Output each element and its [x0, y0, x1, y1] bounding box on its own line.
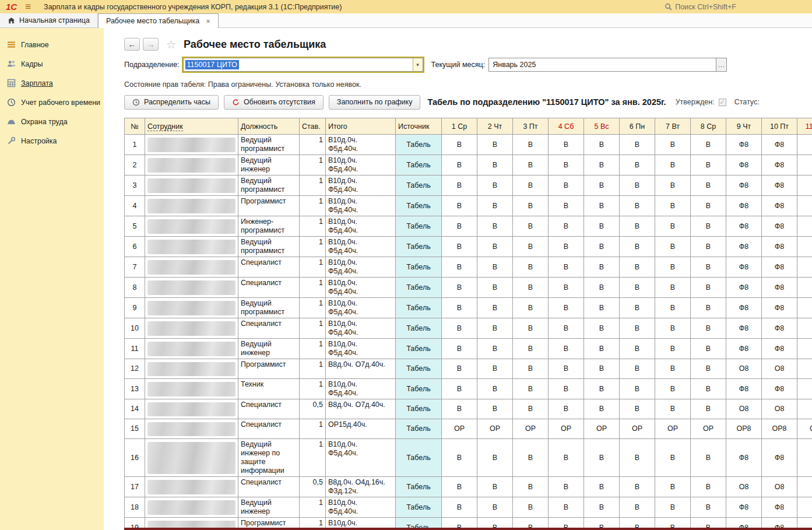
position-cell[interactable]: Техник [238, 379, 300, 399]
day-cell-6[interactable]: В [620, 216, 655, 237]
day-cell-1[interactable]: В [442, 359, 477, 379]
day-cell-6[interactable]: В [620, 196, 655, 216]
position-cell[interactable]: Ведущий инженер [238, 339, 300, 359]
employee-cell[interactable] [145, 155, 238, 176]
day-cell-11[interactable]: В [797, 196, 812, 216]
column-header-day-8[interactable]: 8 Ср [691, 118, 726, 135]
rate-cell[interactable]: 1 [300, 379, 326, 399]
day-cell-8[interactable]: В [691, 339, 726, 359]
day-cell-6[interactable]: ОР [620, 419, 655, 439]
day-cell-10[interactable]: О8 [762, 359, 797, 379]
total-cell[interactable]: В10д.0ч. Ф5д.40ч. [326, 278, 396, 298]
position-cell[interactable]: Специалист [238, 399, 300, 419]
day-cell-8[interactable]: В [691, 237, 726, 257]
day-cell-2[interactable]: В [477, 399, 513, 419]
total-cell[interactable]: В10д.0ч. Ф5д.40ч. [326, 497, 396, 518]
day-cell-3[interactable]: В [513, 155, 549, 176]
day-cell-10[interactable]: О8 [762, 477, 797, 497]
column-header-day-6[interactable]: 6 Пн [620, 118, 655, 135]
source-cell[interactable]: Табель [396, 339, 442, 359]
total-cell[interactable]: ОР15д.40ч. [326, 419, 396, 439]
day-cell-8[interactable]: В [691, 278, 726, 298]
day-cell-11[interactable]: В [797, 176, 812, 196]
position-cell[interactable]: Специалист [238, 419, 300, 439]
day-cell-10[interactable]: ОР8 [762, 419, 797, 439]
day-cell-10[interactable]: Ф8 [762, 257, 797, 278]
source-cell[interactable]: Табель [396, 439, 442, 477]
day-cell-9[interactable]: Ф8 [726, 155, 762, 176]
day-cell-8[interactable]: В [691, 196, 726, 216]
rate-cell[interactable]: 1 [300, 135, 326, 155]
day-cell-7[interactable]: В [655, 216, 691, 237]
day-cell-6[interactable]: В [620, 278, 655, 298]
day-cell-4[interactable]: В [549, 216, 584, 237]
column-header-total[interactable]: Итого [326, 118, 396, 135]
day-cell-2[interactable]: В [477, 339, 513, 359]
day-cell-10[interactable]: Ф8 [762, 155, 797, 176]
day-cell-8[interactable]: В [691, 477, 726, 497]
day-cell-7[interactable]: В [655, 155, 691, 176]
day-cell-11[interactable]: В [797, 439, 812, 477]
day-cell-3[interactable]: В [513, 497, 549, 518]
day-cell-10[interactable]: Ф8 [762, 439, 797, 477]
day-cell-11[interactable]: В [797, 318, 812, 339]
day-cell-2[interactable]: В [477, 278, 513, 298]
day-cell-1[interactable]: В [442, 257, 477, 278]
rate-cell[interactable]: 0,5 [300, 477, 326, 497]
tab-timesheet-workplace[interactable]: Рабочее место табельщика × [98, 13, 219, 28]
employee-cell[interactable] [145, 439, 238, 477]
day-cell-7[interactable]: В [655, 439, 691, 477]
day-cell-1[interactable]: В [442, 477, 477, 497]
day-cell-11[interactable]: В [797, 155, 812, 176]
source-cell[interactable]: Табель [396, 135, 442, 155]
employee-cell[interactable] [145, 399, 238, 419]
column-header-day-5[interactable]: 5 Вс [584, 118, 620, 135]
rate-cell[interactable]: 1 [300, 497, 326, 518]
employee-cell[interactable] [145, 278, 238, 298]
day-cell-1[interactable]: В [442, 216, 477, 237]
day-cell-1[interactable]: ОР [442, 419, 477, 439]
source-cell[interactable]: Табель [396, 176, 442, 196]
day-cell-5[interactable]: В [584, 155, 620, 176]
day-cell-4[interactable]: В [549, 278, 584, 298]
month-input[interactable]: Январь 2025 [488, 58, 716, 72]
day-cell-7[interactable]: ОР [655, 419, 691, 439]
day-cell-11[interactable]: В [797, 497, 812, 518]
source-cell[interactable]: Табель [396, 318, 442, 339]
day-cell-10[interactable]: Ф8 [762, 318, 797, 339]
source-cell[interactable]: Табель [396, 419, 442, 439]
column-header-employee[interactable]: Сотрудник [145, 118, 238, 135]
employee-cell[interactable] [145, 477, 238, 497]
day-cell-3[interactable]: В [513, 359, 549, 379]
total-cell[interactable]: В10д.0ч. Ф5д.40ч. [326, 298, 396, 318]
day-cell-5[interactable]: В [584, 135, 620, 155]
day-cell-9[interactable]: Ф8 [726, 497, 762, 518]
source-cell[interactable]: Табель [396, 399, 442, 419]
rate-cell[interactable]: 1 [300, 439, 326, 477]
day-cell-8[interactable]: В [691, 298, 726, 318]
rate-cell[interactable]: 1 [300, 155, 326, 176]
rate-cell[interactable]: 1 [300, 318, 326, 339]
forward-button[interactable]: → [143, 38, 159, 51]
day-cell-8[interactable]: В [691, 399, 726, 419]
position-cell[interactable]: Ведущий инженер по защите информации [238, 439, 300, 477]
employee-cell[interactable] [145, 216, 238, 237]
day-cell-6[interactable]: В [620, 298, 655, 318]
day-cell-2[interactable]: В [477, 379, 513, 399]
day-cell-11[interactable]: В [797, 135, 812, 155]
total-cell[interactable]: В10д.0ч. Ф5д.40ч. [326, 216, 396, 237]
day-cell-3[interactable]: ОР [513, 419, 549, 439]
day-cell-6[interactable]: В [620, 477, 655, 497]
total-cell[interactable]: В10д.0ч. Ф5д.40ч. [326, 135, 396, 155]
day-cell-1[interactable]: В [442, 399, 477, 419]
day-cell-6[interactable]: В [620, 155, 655, 176]
day-cell-8[interactable]: В [691, 176, 726, 196]
position-cell[interactable]: Программист [238, 359, 300, 379]
day-cell-3[interactable]: В [513, 477, 549, 497]
day-cell-1[interactable]: В [442, 439, 477, 477]
day-cell-8[interactable]: В [691, 155, 726, 176]
day-cell-9[interactable]: Ф8 [726, 216, 762, 237]
day-cell-3[interactable]: В [513, 176, 549, 196]
global-search[interactable]: Поиск Ctrl+Shift+F [665, 3, 736, 11]
column-header-rate[interactable]: Став. [300, 118, 326, 135]
